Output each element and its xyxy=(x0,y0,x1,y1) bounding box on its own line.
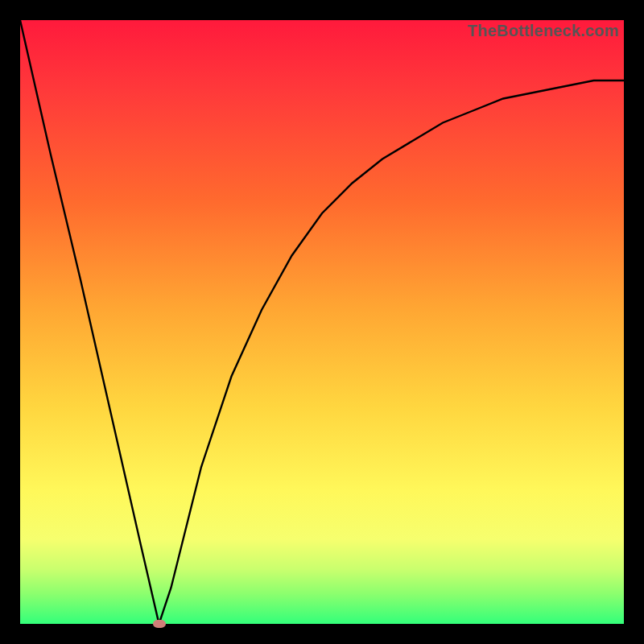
plot-area: TheBottleneck.com xyxy=(20,20,624,624)
chart-frame: TheBottleneck.com xyxy=(0,0,644,644)
minimum-marker xyxy=(153,620,166,628)
bottleneck-curve-path xyxy=(20,20,624,624)
curve-layer xyxy=(20,20,624,624)
